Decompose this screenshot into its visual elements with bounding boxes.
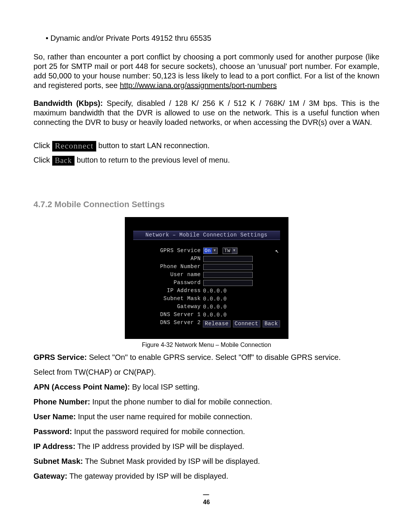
ip-address-value: 0.0.0.0 bbox=[203, 288, 253, 294]
ip-address-label: IP Address bbox=[140, 288, 203, 294]
chevron-down-icon: ▼ bbox=[212, 248, 217, 254]
phone-label: Phone Number bbox=[140, 264, 203, 270]
reconnect-tail: button to start LAN reconnection. bbox=[96, 141, 210, 150]
user-input[interactable] bbox=[203, 272, 253, 278]
gateway-label: Gateway bbox=[140, 304, 203, 310]
password-input[interactable] bbox=[203, 280, 253, 286]
def-phone-text: Input the phone number to dial for mobil… bbox=[90, 398, 272, 406]
def-mask-label: Subnet Mask: bbox=[33, 457, 83, 465]
subnet-mask-label: Subnet Mask bbox=[140, 296, 203, 302]
section-heading: 4.7.2 Mobile Connection Settings bbox=[33, 199, 379, 210]
def-gateway: Gateway: The gateway provided by ISP wil… bbox=[33, 471, 379, 481]
def-user-label: User Name: bbox=[33, 412, 76, 421]
section-number: 4.7.2 bbox=[33, 200, 52, 209]
def-ip: IP Address: The IP address provided by I… bbox=[33, 442, 379, 451]
back-button[interactable]: Back bbox=[263, 320, 280, 328]
def-gprs-extra: Select from TW(CHAP) or CN(PAP). bbox=[33, 367, 379, 377]
gprs-tw-value: TW bbox=[223, 248, 232, 254]
chevron-down-icon: ▼ bbox=[232, 248, 237, 254]
def-user: User Name: Input the user name required … bbox=[33, 412, 379, 422]
def-gprs: GPRS Service: Select "On" to enable GPRS… bbox=[33, 353, 379, 362]
def-password-text: Input the password required for mobile c… bbox=[72, 427, 245, 436]
gprs-service-select[interactable]: On ▼ bbox=[203, 248, 218, 254]
page-dash: — bbox=[33, 491, 379, 498]
connect-button[interactable]: Connect bbox=[233, 320, 260, 328]
def-ip-text: The IP address provided by ISP will be d… bbox=[75, 442, 244, 451]
page-number-block: — 46 bbox=[33, 491, 379, 506]
page-number: 46 bbox=[33, 498, 379, 506]
mobile-connection-screenshot: Network – Mobile Connection Settings ↖ G… bbox=[125, 217, 288, 339]
click-reconnect-line: Click Reconnect button to start LAN reco… bbox=[33, 141, 379, 152]
def-apn: APN (Access Point Name): By local ISP se… bbox=[33, 382, 379, 392]
dns2-label: DNS Server 2 bbox=[140, 320, 203, 326]
gateway-value: 0.0.0.0 bbox=[203, 304, 253, 310]
def-gateway-text: The gateway provided by ISP will be disp… bbox=[67, 472, 228, 480]
release-button[interactable]: Release bbox=[203, 320, 230, 328]
def-mask-text: The Subnet Mask provided by ISP will be … bbox=[83, 457, 260, 465]
gprs-region-select[interactable]: TW ▼ bbox=[223, 248, 237, 254]
back-tail: button to return to the previous level o… bbox=[75, 156, 230, 164]
def-gateway-label: Gateway: bbox=[33, 472, 67, 480]
def-password: Password: Input the password required fo… bbox=[33, 427, 379, 436]
figure-caption: Figure 4-32 Network Menu – Mobile Connec… bbox=[33, 341, 379, 349]
dns1-label: DNS Server 1 bbox=[140, 312, 203, 318]
def-mask: Subnet Mask: The Subnet Mask provided by… bbox=[33, 457, 379, 466]
def-apn-text: By local ISP setting. bbox=[130, 383, 199, 391]
screenshot-titlebar: Network – Mobile Connection Settings bbox=[133, 231, 280, 240]
dns1-value: 0.0.0.0 bbox=[203, 312, 253, 318]
def-password-label: Password: bbox=[33, 427, 72, 436]
click-word-2: Click bbox=[33, 156, 52, 164]
paragraph-bandwidth: Bandwidth (Kbps): Specify, disabled / 12… bbox=[33, 99, 379, 127]
def-phone: Phone Number: Input the phone number to … bbox=[33, 397, 379, 407]
user-label: User name bbox=[140, 272, 203, 278]
click-word: Click bbox=[33, 141, 52, 150]
def-ip-label: IP Address: bbox=[33, 442, 75, 451]
def-gprs-label: GPRS Service: bbox=[33, 353, 87, 361]
bullet-dynamic-ports: • Dynamic and/or Private Ports 49152 thr… bbox=[46, 34, 379, 43]
def-gprs-text: Select "On" to enable GPRS service. Sele… bbox=[87, 353, 341, 361]
def-apn-label: APN (Access Point Name): bbox=[33, 383, 130, 391]
def-phone-label: Phone Number: bbox=[33, 398, 90, 406]
section-title: Mobile Connection Settings bbox=[52, 200, 165, 209]
back-button-inline[interactable]: Back bbox=[52, 156, 75, 166]
phone-input[interactable] bbox=[203, 264, 253, 270]
subnet-mask-value: 0.0.0.0 bbox=[203, 296, 253, 302]
bandwidth-label: Bandwidth (Kbps): bbox=[33, 99, 103, 107]
click-back-line: Click Back button to return to the previ… bbox=[33, 155, 379, 166]
apn-input[interactable] bbox=[203, 256, 253, 262]
iana-link[interactable]: http://www.iana.org/assignments/port-num… bbox=[120, 81, 277, 89]
paragraph-port-conflict: So, rather than encounter a port conflic… bbox=[33, 52, 379, 90]
gprs-on-value: On bbox=[204, 248, 212, 254]
def-user-text: Input the user name required for mobile … bbox=[76, 412, 252, 421]
gprs-service-label: GPRS Service bbox=[140, 248, 203, 254]
apn-label: APN bbox=[140, 256, 203, 262]
password-label: Password bbox=[140, 280, 203, 286]
reconnect-button[interactable]: Reconnect bbox=[52, 141, 96, 152]
